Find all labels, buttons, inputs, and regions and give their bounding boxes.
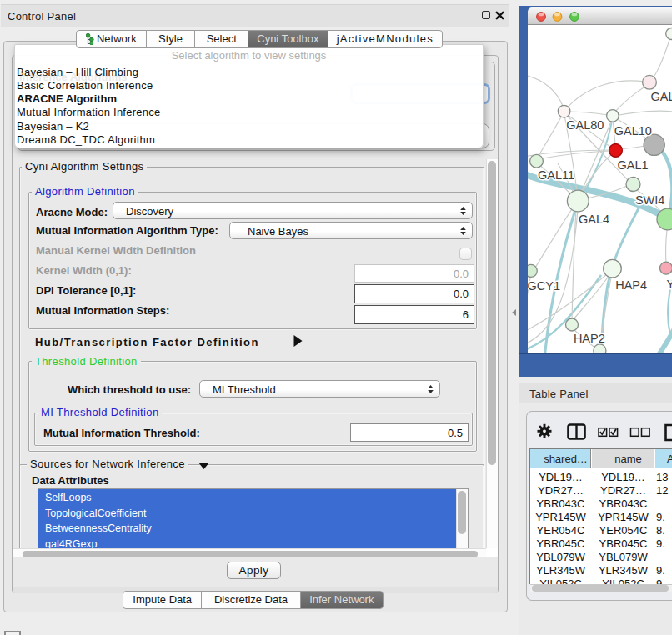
svg-text:GAL1: GAL1: [618, 158, 649, 172]
svg-text:GAL11: GAL11: [538, 168, 574, 182]
svg-text:GAL80: GAL80: [651, 90, 672, 103]
svg-text:YJ: YJ: [667, 278, 672, 291]
svg-text:HAP2: HAP2: [574, 332, 605, 345]
svg-text:GAL80: GAL80: [566, 118, 604, 132]
svg-text:SWI4: SWI4: [635, 193, 664, 207]
svg-text:GCY1: GCY1: [528, 279, 560, 292]
svg-text:GAL10: GAL10: [614, 124, 652, 138]
svg-text:HAP4: HAP4: [615, 278, 647, 292]
svg-text:GAL4: GAL4: [579, 212, 609, 226]
